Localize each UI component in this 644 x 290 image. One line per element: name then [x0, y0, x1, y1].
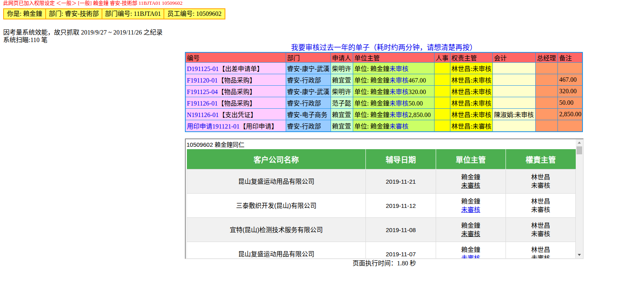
doc-id-cell: F191125-04【物品采购】: [185, 86, 286, 97]
unit-review-link[interactable]: 未審核: [389, 123, 408, 130]
duty-manager-name: 林世昌: [506, 173, 575, 181]
approval-row: F191126-01【物品采购】睿安-行政部范子懿单位: 賴金鐘未审核50.00…: [185, 97, 582, 109]
exec-time-unit: 秒: [408, 260, 416, 267]
user-bar-row: 你是: 賴金鐘部门: 睿安-技術部部门编号: 11BJTA01员工编号: 105…: [4, 9, 225, 19]
user-info-bar: 你是: 賴金鐘部门: 睿安-技術部部门编号: 11BJTA01员工编号: 105…: [3, 8, 225, 19]
customer-header-cell: 客户公司名称: [187, 149, 366, 169]
doc-id-cell: D191125-01【出差申请单】: [185, 63, 286, 74]
page-exec-time: 页面执行时间：1.80 秒: [185, 259, 584, 267]
unit-manager-cell: 賴金鐘未審核: [436, 194, 506, 218]
gm-cell: [536, 74, 558, 86]
unit-manager-cell: 賴金鐘未審核: [436, 242, 506, 259]
dept-cell: 睿安-康宁-武漢: [286, 86, 331, 97]
unit-manager-cell: 賴金鐘未審核: [436, 218, 506, 242]
doc-id-link[interactable]: F191125-04: [187, 88, 218, 95]
scroll-down-icon: [578, 254, 581, 256]
unit-manager-cell: 单位: 賴金鐘未审核467.00: [353, 74, 434, 86]
subordinate-panel-content: 10509602 賴金鐘同仁 客户公司名称辅导日期單位主管權責主管 昆山复盛运动…: [186, 139, 576, 258]
duty-manager-cell: 林世昌:未审核: [450, 86, 492, 97]
customer-row: 昆山复盛运动用品有限公司2019-11-21賴金鐘未審核林世昌未審核: [187, 169, 576, 194]
customer-header-cell: 辅导日期: [366, 149, 436, 169]
approval-row: N191126-01【支出凭证】睿安-电子商务賴宜萱单位: 賴金鐘未审核2,85…: [185, 109, 582, 120]
approval-header-cell: 总经理: [536, 52, 558, 63]
unit-review-link[interactable]: 未审核: [389, 111, 408, 118]
user-bar-item-0: 你是: 賴金鐘: [4, 9, 46, 19]
subordinate-panel: 10509602 賴金鐘同仁 客户公司名称辅导日期單位主管權責主管 昆山复盛运动…: [185, 138, 584, 259]
approval-table: 编号部门申请人单位主管人事权责主管会计总经理备注D191125-01【出差申请单…: [185, 52, 583, 132]
hr-cell: [434, 63, 450, 74]
duty-manager-name: 林世昌: [506, 221, 575, 230]
system-notice-line2: 系统扫瞄:110 笔: [3, 36, 48, 44]
duty-manager-cell: 林世昌未審核: [506, 194, 575, 218]
accountant-cell: [492, 63, 535, 74]
approval-header-cell: 申请人: [331, 52, 353, 63]
dept-cell: 睿安-行政部: [286, 74, 331, 86]
customer-header-cell: 權責主管: [506, 149, 575, 169]
applicant-cell: 賴宜萱: [331, 120, 353, 132]
date-cell: 2019-11-07: [366, 242, 436, 259]
duty-manager-cell: 林世昌未審核: [506, 218, 575, 242]
customer-table-head: 客户公司名称辅导日期單位主管權責主管: [187, 149, 576, 169]
subordinate-panel-title: 10509602 賴金鐘同仁: [186, 141, 576, 149]
doc-id-link[interactable]: 用印申请191121-01: [187, 123, 240, 130]
scrollbar-thumb[interactable]: [577, 146, 582, 154]
gm-cell: [536, 120, 558, 132]
doc-id-link[interactable]: N191126-01: [187, 111, 219, 118]
approval-header-cell: 编号: [185, 52, 286, 63]
scrollbar[interactable]: [576, 139, 583, 258]
duty-manager-name: 林世昌: [506, 197, 575, 205]
unit-manager-name: 賴金鐘: [436, 197, 506, 205]
unit-review-status[interactable]: 未審核: [436, 254, 506, 258]
duty-manager-cell: 林世昌未審核: [506, 242, 575, 259]
note-cell: 50.00: [558, 97, 582, 109]
duty-review-status: 未審核: [506, 205, 575, 214]
customer-table-body: 昆山复盛运动用品有限公司2019-11-21賴金鐘未審核林世昌未審核三泰敷织开发…: [187, 169, 576, 259]
unit-review-status-text: 未審核: [461, 182, 480, 189]
accountant-cell: [492, 86, 535, 97]
applicant-cell: 柴明许: [331, 86, 353, 97]
hr-cell: [434, 109, 450, 120]
unit-review-status[interactable]: 未審核: [436, 205, 506, 214]
exec-time-value: 1.80: [397, 260, 408, 267]
unit-review-link[interactable]: 未审核: [389, 65, 408, 72]
doc-id-link[interactable]: F191120-01: [187, 77, 218, 84]
company-cell: 三泰敷织开发(昆山)有限公司: [187, 194, 366, 218]
customer-header-row: 客户公司名称辅导日期單位主管權責主管: [187, 149, 576, 169]
duty-manager-cell: 林世昌:未審核: [450, 120, 492, 132]
user-bar-item-3: 员工编号: 10509602: [164, 9, 225, 19]
user-bar-item-2: 部门编号: 11BJTA01: [102, 9, 164, 19]
approval-row: F191125-04【物品采购】睿安-康宁-武漢柴明许单位: 賴金鐘未审核320…: [185, 86, 582, 97]
duty-manager-cell: 林世昌未審核: [506, 169, 575, 194]
unit-review-status-text[interactable]: 未審核: [461, 255, 480, 258]
customer-row: 昆山复盛运动用品有限公司2019-11-07賴金鐘未審核林世昌未審核: [187, 242, 576, 259]
scrollbar-down-button[interactable]: [576, 252, 583, 258]
unit-review-status-text[interactable]: 未審核: [461, 206, 480, 213]
unit-review-link[interactable]: 未审核: [389, 100, 408, 107]
customer-table: 客户公司名称辅导日期單位主管權責主管 昆山复盛运动用品有限公司2019-11-2…: [186, 149, 576, 258]
scroll-up-icon: [578, 142, 581, 144]
doc-id-link[interactable]: F191126-01: [187, 100, 218, 107]
unit-manager-cell: 单位: 賴金鐘未审核50.00: [353, 97, 434, 109]
dept-cell: 睿安-康宁-武漢: [286, 63, 331, 74]
duty-manager-cell: 林世昌:未审核: [450, 109, 492, 120]
unit-manager-cell: 单位: 賴金鐘未审核320.00: [353, 86, 434, 97]
unit-review-link[interactable]: 未审核: [389, 88, 408, 95]
hr-cell: [434, 86, 450, 97]
page: { "permission_line": "此网页已加入权限设定 ＜一般＞ [一…: [0, 0, 644, 290]
note-cell: 320.00: [558, 86, 582, 97]
permission-notice: 此网页已加入权限设定 ＜一般＞ [一般] 賴金鐘 睿安-技術部 11BJTA01…: [3, 0, 183, 6]
customer-header-cell: 單位主管: [436, 149, 506, 169]
doc-id-link[interactable]: D191125-01: [187, 65, 219, 72]
dept-cell: 睿安-行政部: [286, 97, 331, 109]
scrollbar-up-button[interactable]: [576, 139, 583, 146]
approval-header-cell: 单位主管: [353, 52, 434, 63]
note-cell: [558, 120, 582, 132]
unit-review-status: 未審核: [436, 181, 506, 190]
review-past-year-link[interactable]: 我要审核过去一年的单子（耗时约两分钟，请想清楚再按）: [291, 44, 477, 52]
doc-id-cell: F191120-01【物品采购】: [185, 74, 286, 86]
user-bar-item-1: 部门: 睿安-技術部: [46, 9, 102, 19]
unit-review-link[interactable]: 未审核: [389, 77, 408, 84]
approval-header-cell: 会计: [492, 52, 535, 63]
hr-cell: [434, 120, 450, 132]
gm-cell: [536, 109, 558, 120]
